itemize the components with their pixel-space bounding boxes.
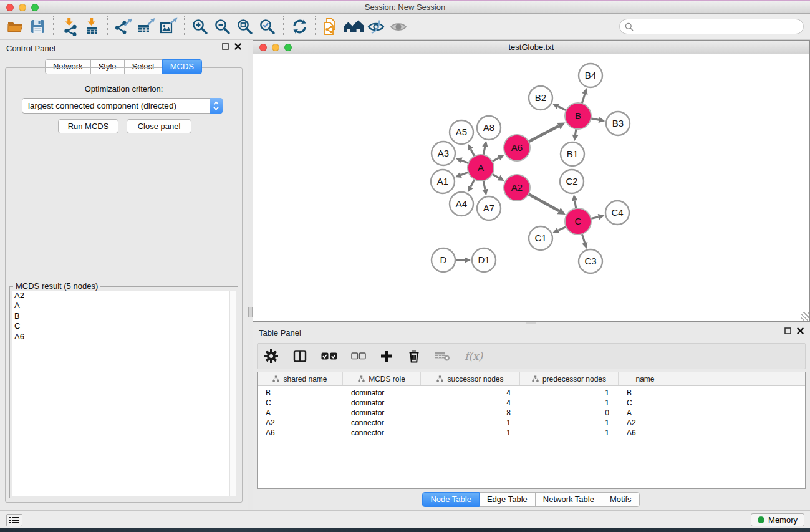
column-header-predecessor-nodes[interactable]: predecessor nodes <box>520 372 619 385</box>
show-all-button[interactable] <box>387 16 410 38</box>
select-all-button[interactable] <box>321 351 337 361</box>
run-mcds-button[interactable]: Run MCDS <box>58 119 118 133</box>
import-table-button[interactable] <box>80 16 103 38</box>
table-cell[interactable]: A <box>258 409 343 417</box>
graph-edge-A2-C[interactable] <box>528 194 559 211</box>
column-header-shared-name[interactable]: shared name <box>258 372 343 385</box>
result-list-item[interactable]: B <box>12 311 236 321</box>
table-cell[interactable]: connector <box>343 418 421 427</box>
table-row[interactable]: Cdominator41C <box>258 398 805 408</box>
close-panel-button[interactable]: Close panel <box>127 119 191 133</box>
open-session-button[interactable] <box>4 16 26 38</box>
network-graph-canvas[interactable]: AA1A2A3A4A5A6A7A8BB1B2B3B4CC1C2C3C4DD1 <box>253 54 809 321</box>
tab-network-table[interactable]: Network Table <box>535 492 602 507</box>
table-cell[interactable]: 1 <box>421 418 520 427</box>
minimize-window-button[interactable] <box>19 4 26 11</box>
table-row[interactable]: A2connector11A2 <box>258 418 805 428</box>
graph-edge-B-B3[interactable] <box>591 118 599 120</box>
zoom-in-button[interactable] <box>189 16 211 38</box>
search-field[interactable] <box>619 19 804 34</box>
zoom-network-button[interactable] <box>284 44 292 51</box>
table-row[interactable]: Adominator80A <box>258 408 805 418</box>
zoom-window-button[interactable] <box>31 4 39 11</box>
table-cell[interactable]: B <box>258 389 343 397</box>
table-cell[interactable]: dominator <box>343 389 421 397</box>
search-input[interactable] <box>637 22 803 31</box>
close-panel-icon[interactable] <box>234 43 241 50</box>
minimize-network-button[interactable] <box>272 44 279 51</box>
show-columns-button[interactable] <box>292 349 307 364</box>
split-pane-handle-vertical[interactable] <box>248 307 253 317</box>
graph-edge-A-A5[interactable] <box>471 149 475 156</box>
zoom-fit-button[interactable] <box>234 16 256 38</box>
table-cell[interactable]: dominator <box>343 409 421 417</box>
table-row[interactable]: A6connector11A6 <box>258 428 805 438</box>
table-cell[interactable]: B <box>619 389 672 397</box>
close-window-button[interactable] <box>6 4 14 11</box>
table-cell[interactable]: A <box>619 409 672 417</box>
export-network-button[interactable] <box>112 16 135 38</box>
graph-edge-A6-B[interactable] <box>529 126 559 142</box>
table-cell[interactable]: A2 <box>258 418 343 427</box>
table-cell[interactable]: C <box>619 399 672 407</box>
window-resize-grip[interactable] <box>801 312 809 321</box>
table-settings-button[interactable] <box>264 349 279 364</box>
zoom-out-button[interactable] <box>211 16 234 38</box>
graph-edge-A-A3[interactable] <box>461 160 468 163</box>
graph-edge-A-A4[interactable] <box>471 180 475 187</box>
refresh-button[interactable] <box>288 16 311 38</box>
graph-edge-C-C3[interactable] <box>582 234 584 243</box>
table-cell[interactable]: dominator <box>343 399 421 407</box>
graph-edge-B-B4[interactable] <box>582 94 585 104</box>
delete-table-button[interactable] <box>435 350 451 362</box>
table-cell[interactable]: A2 <box>619 418 672 427</box>
home-button[interactable] <box>342 16 365 38</box>
table-cell[interactable]: A6 <box>258 428 343 437</box>
memory-button[interactable]: Memory <box>751 513 804 526</box>
tab-edge-table[interactable]: Edge Table <box>479 492 536 507</box>
graph-edge-C-C2[interactable] <box>575 201 576 209</box>
mcds-result-list[interactable]: A2ABCA6 <box>12 291 236 496</box>
network-window-titlebar[interactable]: testGlobe.txt <box>253 41 809 54</box>
table-cell[interactable]: connector <box>343 428 421 437</box>
graph-edge-A-A8[interactable] <box>483 147 485 155</box>
column-header-name[interactable]: name <box>619 372 672 385</box>
table-cell[interactable]: 0 <box>520 409 619 417</box>
add-column-button[interactable] <box>380 349 393 363</box>
table-cell[interactable]: 1 <box>520 389 619 397</box>
close-panel-icon[interactable] <box>797 327 804 334</box>
tab-node-table[interactable]: Node Table <box>422 492 480 507</box>
zoom-selected-button[interactable] <box>256 16 279 38</box>
delete-column-button[interactable] <box>407 349 421 364</box>
float-panel-icon[interactable] <box>784 327 791 334</box>
result-list-item[interactable]: C <box>12 321 236 331</box>
function-builder-button[interactable]: f(x) <box>465 350 483 362</box>
result-list-item[interactable]: A <box>12 301 236 311</box>
graph-edge-A-A6[interactable] <box>492 158 499 162</box>
graph-edge-A-A2[interactable] <box>492 174 499 178</box>
table-cell[interactable]: 8 <box>421 409 520 417</box>
deselect-all-button[interactable] <box>351 352 366 360</box>
result-list-item[interactable]: A2 <box>12 291 236 301</box>
table-cell[interactable]: A6 <box>619 428 672 437</box>
tab-mcds[interactable]: MCDS <box>162 59 202 74</box>
duplicate-network-button[interactable] <box>320 16 342 38</box>
table-cell[interactable]: 1 <box>421 428 520 437</box>
result-list-item[interactable]: A6 <box>12 332 236 342</box>
table-cell[interactable]: 1 <box>520 399 619 407</box>
column-header-mcds-role[interactable]: MCDS role <box>343 372 421 385</box>
result-list-scrollbar[interactable] <box>229 291 236 496</box>
graph-edge-A-A1[interactable] <box>461 172 468 175</box>
task-history-button[interactable] <box>6 514 22 526</box>
hide-selected-button[interactable] <box>365 16 387 38</box>
save-session-button[interactable] <box>26 16 49 38</box>
table-cell[interactable]: 1 <box>520 418 619 427</box>
table-row[interactable]: Bdominator41B <box>258 388 805 398</box>
close-network-button[interactable] <box>259 44 267 51</box>
criterion-dropdown[interactable]: largest connected component (directed) <box>22 98 223 114</box>
table-cell[interactable]: 4 <box>421 389 520 397</box>
export-image-button[interactable] <box>157 16 180 38</box>
import-network-button[interactable] <box>58 16 80 38</box>
graph-edge-B-B2[interactable] <box>558 106 566 110</box>
table-cell[interactable]: C <box>258 399 343 407</box>
